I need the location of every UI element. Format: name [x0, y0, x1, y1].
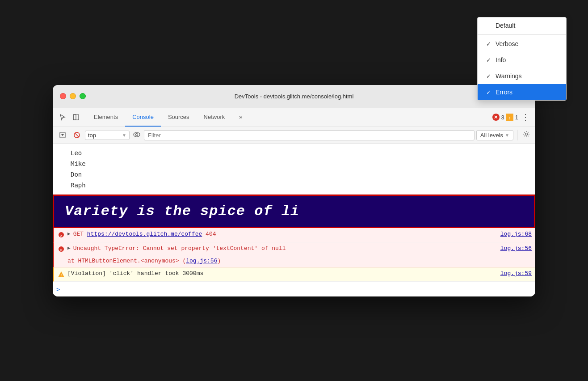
- names-list: Leo Mike Don Raph: [53, 144, 535, 195]
- msg-file-1[interactable]: log.js:68: [500, 231, 532, 237]
- warning-icon: !: [506, 114, 513, 121]
- more-menu-button[interactable]: ⋮: [519, 111, 532, 123]
- svg-text:!: !: [60, 273, 63, 277]
- error-detail-link[interactable]: log.js:56: [186, 258, 217, 264]
- levels-dropdown[interactable]: All levels ▼: [476, 130, 513, 140]
- error-detail-text: at HTMLButtonElement.<anonymous> (log.js…: [67, 258, 221, 264]
- content-area: Leo Mike Don Raph Variety is the spice o…: [53, 144, 535, 296]
- eye-icon[interactable]: [131, 129, 142, 141]
- expand-arrow-2[interactable]: ▶: [67, 245, 71, 251]
- devtools-window: DevTools - devtools.glitch.me/console/lo…: [53, 85, 535, 296]
- minimize-button[interactable]: [70, 93, 76, 99]
- list-item: Raph: [71, 180, 517, 190]
- console-message-1: ✕ ▶ GET https://devtools.glitch.me/coffe…: [53, 228, 535, 242]
- warning-number: 1: [515, 114, 518, 121]
- separator: [517, 130, 517, 140]
- svg-rect-1: [73, 114, 76, 120]
- console-toolbar: top ▼ All levels ▼ Default ✓ Verbose: [53, 127, 535, 144]
- levels-dropdown-menu: Default ✓ Verbose ✓ Info ✓ Warnings ✓ Er…: [477, 85, 535, 101]
- levels-chevron-icon: ▼: [505, 133, 509, 138]
- cursor-icon[interactable]: [56, 111, 69, 123]
- dropdown-label-errors: Errors: [496, 89, 512, 96]
- expand-arrow-1[interactable]: ▶: [67, 231, 71, 237]
- console-message-2-main: ✕ ▶ Uncaught TypeError: Cannot set prope…: [54, 242, 535, 257]
- svg-point-10: [525, 133, 528, 135]
- error-count-area: ✕ 3 ! 1: [492, 114, 518, 121]
- expand-console-button[interactable]: [56, 129, 69, 141]
- console-messages: ✕ ▶ GET https://devtools.glitch.me/coffe…: [53, 228, 535, 282]
- msg-text-3: [Violation] 'click' handler took 3000ms: [67, 270, 498, 277]
- window-title: DevTools - devtools.glitch.me/console/lo…: [235, 93, 354, 100]
- levels-label: All levels: [480, 132, 503, 139]
- error-icon-1: ✕: [58, 231, 65, 238]
- tabs: Elements Console Sources Network »: [87, 108, 491, 127]
- tab-elements[interactable]: Elements: [87, 108, 125, 127]
- featured-text-banner: Variety is the spice of li: [53, 195, 535, 228]
- error-icon: ✕: [492, 114, 500, 121]
- console-prompt: >: [56, 286, 60, 293]
- tab-sources[interactable]: Sources: [161, 108, 197, 127]
- error-number: 3: [501, 114, 504, 121]
- context-value: top: [88, 132, 96, 139]
- console-message-2: ✕ ▶ Uncaught TypeError: Cannot set prope…: [53, 242, 535, 267]
- msg-text-1: GET https://devtools.glitch.me/coffee 40…: [73, 231, 498, 237]
- tab-bar: Elements Console Sources Network » ✕ 3 !…: [53, 108, 535, 127]
- dock-icon[interactable]: [70, 111, 82, 123]
- check-errors: ✓: [485, 89, 492, 96]
- settings-icon[interactable]: [521, 129, 532, 141]
- list-item: Mike: [71, 158, 517, 169]
- msg-file-3[interactable]: log.js:59: [500, 270, 532, 277]
- svg-text:✕: ✕: [60, 233, 63, 238]
- console-message-2-detail: at HTMLButtonElement.<anonymous> (log.js…: [54, 257, 535, 267]
- featured-text-content: Variety is the spice of li: [65, 203, 299, 220]
- tab-console[interactable]: Console: [125, 108, 161, 127]
- error-icon-2: ✕: [58, 246, 65, 253]
- filter-input[interactable]: [144, 130, 475, 140]
- svg-marker-5: [61, 134, 64, 136]
- svg-point-8: [134, 132, 140, 137]
- list-item: Don: [71, 169, 517, 180]
- tab-more[interactable]: »: [232, 108, 249, 127]
- chevron-down-icon: ▼: [122, 133, 126, 138]
- dropdown-item-errors[interactable]: ✓ Errors: [478, 85, 535, 101]
- svg-text:!: !: [509, 116, 510, 120]
- msg-file-2[interactable]: log.js:56: [500, 245, 532, 252]
- svg-line-7: [75, 133, 79, 137]
- tab-network[interactable]: Network: [197, 108, 232, 127]
- error-link-1[interactable]: https://devtools.glitch.me/coffee: [87, 231, 202, 237]
- svg-point-9: [136, 134, 138, 136]
- maximize-button[interactable]: [80, 93, 86, 99]
- console-message-3: ! [Violation] 'click' handler took 3000m…: [53, 267, 535, 282]
- list-item: Leo: [71, 148, 517, 158]
- console-input-row: >: [53, 282, 535, 296]
- clear-console-button[interactable]: [71, 129, 83, 141]
- warning-icon-msg: !: [58, 271, 65, 278]
- title-bar: DevTools - devtools.glitch.me/console/lo…: [53, 85, 535, 108]
- traffic-lights: [60, 93, 86, 99]
- svg-text:✕: ✕: [60, 247, 63, 252]
- close-button[interactable]: [60, 93, 66, 99]
- context-select[interactable]: top ▼: [85, 131, 130, 140]
- msg-text-2: Uncaught TypeError: Cannot set property …: [73, 245, 498, 252]
